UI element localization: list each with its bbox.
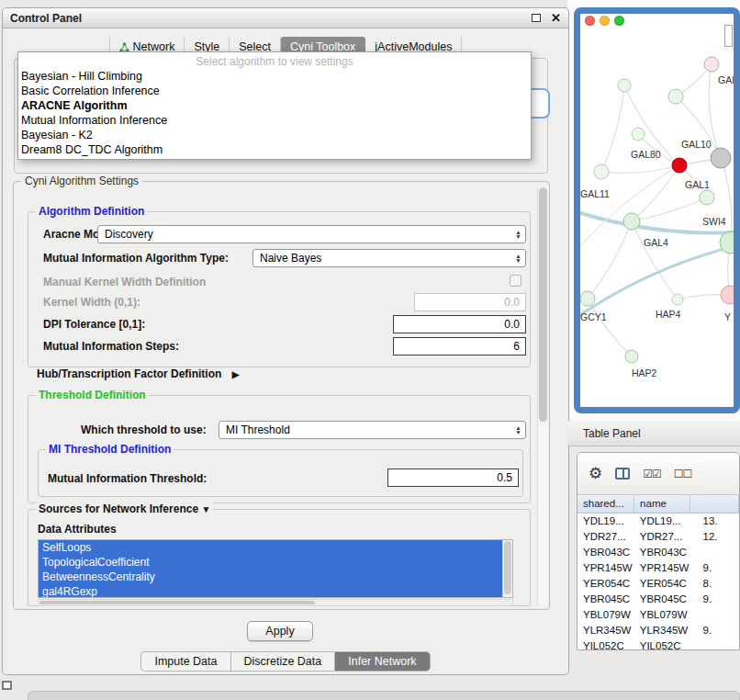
table-row[interactable]: YBR045C YBR045C 9.	[577, 592, 739, 607]
mi-steps-value: 6	[513, 340, 520, 353]
threshold-definition-group: Threshold Definition Which threshold to …	[28, 395, 531, 503]
hub-transcription-factor-section[interactable]: Hub/Transcription Factor Definition ▶	[37, 367, 239, 380]
network-node[interactable]	[618, 79, 631, 92]
mi-threshold-label: Mutual Information Threshold:	[48, 472, 207, 485]
cell-value: 8.	[690, 576, 739, 592]
network-node[interactable]	[580, 291, 595, 306]
collapse-arrow-icon[interactable]: ▼	[201, 504, 210, 514]
network-node[interactable]	[672, 158, 687, 173]
table-row[interactable]: YIL052C YIL052C	[577, 638, 739, 650]
table-toolbar: ⚙ ☑☑ ☐☐	[577, 453, 739, 495]
network-node[interactable]	[721, 286, 734, 304]
network-node[interactable]	[672, 294, 683, 305]
node-label: GAL11	[580, 188, 610, 199]
network-view-window[interactable]: GALGAL80GAL10GAL11GAL1SWI4GAL4GCY1HAP4HA…	[574, 7, 740, 413]
network-node[interactable]	[668, 89, 683, 104]
table-row[interactable]: YLR345W YLR345W 9.	[577, 623, 739, 638]
data-attributes-label: Data Attributes	[38, 523, 117, 536]
table-row[interactable]: YBR043C YBR043C	[577, 545, 739, 560]
algorithm-option[interactable]: Basic Correlation Inference	[18, 84, 531, 98]
apply-button[interactable]: Apply	[247, 621, 313, 641]
sources-title[interactable]: Sources for Network Inference ▼	[36, 502, 213, 515]
mi-type-label: Mutual Information Algorithm Type:	[43, 252, 229, 265]
algorithm-option[interactable]: Bayesian - Hill Climbing	[18, 69, 531, 84]
settings-scrollbar-thumb[interactable]	[539, 187, 547, 422]
close-panel-icon[interactable]: ✕	[551, 12, 561, 24]
table-row[interactable]: YBL079W YBL079W	[577, 607, 739, 623]
node-label: GAL	[718, 74, 734, 85]
manual-kernel-checkbox[interactable]	[510, 275, 521, 287]
attribute-list-item[interactable]: BetweennessCentrality	[39, 570, 502, 584]
network-node[interactable]	[623, 213, 640, 230]
table-row[interactable]: YDR27... YDR27... 12.	[577, 529, 739, 545]
tab-impute-data[interactable]: Impute Data	[140, 651, 230, 672]
column-header-clipped[interactable]	[690, 495, 739, 513]
minimized-window-icon[interactable]	[2, 681, 12, 690]
tab-discretize-data[interactable]: Discretize Data	[230, 651, 335, 672]
network-scrollbar[interactable]	[724, 25, 733, 47]
network-node[interactable]	[704, 57, 719, 72]
attribute-list-item[interactable]: SelfLoops	[39, 540, 502, 555]
cell-name: YPR145W	[634, 560, 690, 576]
algorithm-option[interactable]: Mutual Information Inference	[18, 113, 531, 128]
network-node[interactable]	[711, 148, 731, 168]
algorithm-definition-group: Algorithm Definition Aracne Mode: Discov…	[28, 211, 531, 367]
sources-title-label: Sources for Network Inference	[39, 502, 198, 515]
network-edge	[601, 165, 679, 173]
node-label: HAP4	[656, 309, 681, 320]
algorithm-dropdown-list: Select algorithm to view settings Bayesi…	[17, 51, 532, 160]
attributes-scrollbar-thumb[interactable]	[504, 541, 511, 594]
mi-threshold-field[interactable]: 0.5	[387, 469, 519, 487]
hub-section-label: Hub/Transcription Factor Definition	[37, 367, 221, 380]
threshold-definition-title: Threshold Definition	[36, 389, 149, 401]
dpi-tolerance-field[interactable]: 0.0	[393, 315, 526, 333]
attribute-list-item[interactable]: TopologicalCoefficient	[39, 555, 502, 570]
cell-name: YDL19...	[634, 514, 690, 529]
attributes-scrollbar[interactable]	[502, 540, 512, 597]
columns-icon[interactable]	[615, 468, 630, 480]
table-row[interactable]: YER054C YER054C 8.	[577, 576, 739, 592]
attribute-list-item[interactable]: gal4RGexp	[39, 584, 502, 598]
mi-type-select[interactable]: Naive Bayes ▲▼	[252, 249, 526, 267]
bottom-dock-bar	[28, 691, 740, 700]
attributes-hscrollbar[interactable]	[38, 599, 513, 606]
network-node[interactable]	[632, 128, 645, 141]
expand-arrow-icon[interactable]: ▶	[232, 369, 240, 379]
kernel-width-label: Kernel Width (0,1):	[43, 296, 140, 309]
column-header-name[interactable]: name	[634, 495, 690, 513]
gear-icon[interactable]: ⚙	[589, 464, 602, 483]
table-row[interactable]: YDL19... YDL19... 13.	[577, 514, 739, 529]
network-node[interactable]	[625, 350, 638, 363]
column-header-shared-name[interactable]: shared...	[577, 495, 634, 513]
network-tab-icon	[119, 42, 129, 52]
aracne-mode-select[interactable]: Discovery ▲▼	[97, 225, 526, 243]
kernel-width-field[interactable]: 0.0	[414, 293, 526, 311]
cell-shared-name: YPR145W	[577, 560, 634, 576]
network-node[interactable]	[594, 164, 609, 179]
mi-steps-field[interactable]: 6	[393, 337, 526, 356]
cell-name: YBL079W	[634, 607, 690, 623]
tab-infer-network[interactable]: Infer Network	[334, 651, 430, 672]
cell-value: 12.	[690, 529, 739, 545]
which-threshold-select[interactable]: MI Threshold ▲▼	[219, 421, 526, 439]
attributes-hscrollbar-thumb[interactable]	[39, 601, 315, 604]
cell-shared-name: YIL052C	[577, 638, 634, 650]
combo-arrows-icon: ▲▼	[511, 254, 525, 263]
settings-scrollbar[interactable]	[537, 186, 548, 605]
table-row[interactable]: YPR145W YPR145W 9.	[577, 560, 739, 576]
cell-shared-name: YDR27...	[577, 529, 634, 545]
network-node[interactable]	[700, 190, 714, 205]
algorithm-option[interactable]: ARACNE Algorithm	[18, 98, 531, 113]
float-panel-icon[interactable]	[532, 14, 541, 22]
cell-shared-name: YER054C	[577, 576, 634, 592]
algorithm-option[interactable]: Bayesian - K2	[18, 128, 531, 142]
deselect-all-checkboxes-icon[interactable]: ☐☐	[674, 468, 692, 480]
algorithm-option[interactable]: Dream8 DC_TDC Algorithm	[18, 142, 531, 157]
network-edge	[632, 221, 678, 299]
network-svg[interactable]: GALGAL80GAL10GAL11GAL1SWI4GAL4GCY1HAP4HA…	[580, 14, 734, 407]
cell-value	[690, 638, 739, 650]
sources-group: Sources for Network Inference ▼ Data Att…	[28, 509, 531, 606]
table-panel-title: Table Panel	[583, 427, 641, 440]
manual-kernel-label: Manual Kernel Width Definition	[43, 276, 206, 288]
select-all-checkboxes-icon[interactable]: ☑☑	[643, 468, 661, 480]
